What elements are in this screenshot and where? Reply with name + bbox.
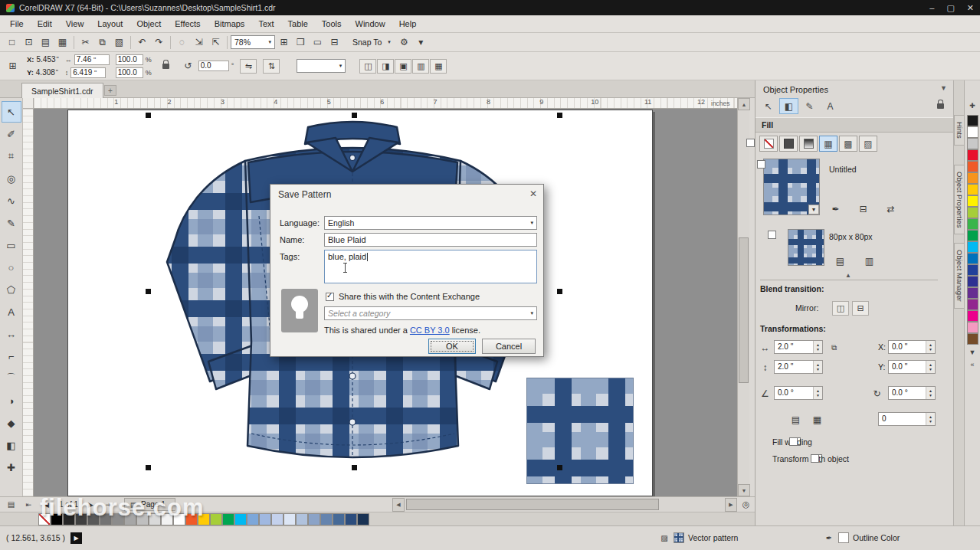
ruler-units-label[interactable]: inches xyxy=(711,100,730,107)
palette-color[interactable] xyxy=(51,513,63,525)
selection-handle[interactable] xyxy=(146,113,151,118)
fill-vector-pattern-button[interactable]: ▦ xyxy=(819,136,837,152)
palette-color[interactable] xyxy=(967,126,978,138)
copy-icon[interactable]: ⧉ xyxy=(94,34,110,50)
transform-with-object-side-checkbox[interactable] xyxy=(811,454,819,463)
connector-tool[interactable]: ⌐ xyxy=(2,345,21,367)
menu-item[interactable]: Help xyxy=(392,17,424,31)
palette-color[interactable] xyxy=(967,299,978,310)
status-expand-button[interactable]: ▶ xyxy=(70,532,82,544)
palette-color[interactable] xyxy=(198,513,210,525)
spinner-arrows-icon[interactable]: ▲▼ xyxy=(926,413,935,425)
eyedropper-pick-icon[interactable]: ✒ xyxy=(828,201,844,217)
y-offset-spinner[interactable]: 0.0 "▲▼ xyxy=(888,360,936,374)
pattern-options-icon[interactable]: ▥ xyxy=(861,254,877,269)
selection-handle[interactable] xyxy=(557,289,562,294)
palette-color[interactable] xyxy=(967,276,978,287)
rectangle-tool[interactable]: ▭ xyxy=(2,234,21,256)
scroll-right-icon[interactable]: ▶ xyxy=(725,498,737,512)
origin-grid-icon[interactable]: ⊞ xyxy=(5,58,21,74)
redo-icon[interactable]: ↷ xyxy=(151,34,167,50)
palette-color[interactable] xyxy=(967,172,978,184)
tags-input[interactable]: blue, plaid xyxy=(324,250,537,283)
pattern-tile-preview[interactable] xyxy=(788,229,824,266)
options-icon[interactable]: ⚙ xyxy=(396,34,412,50)
tab-character-icon[interactable]: A xyxy=(821,98,840,114)
object-width-field[interactable]: 7.46 " xyxy=(74,54,110,65)
palette-color[interactable] xyxy=(87,513,100,525)
ruler-origin[interactable] xyxy=(23,98,34,109)
vertical-scroll-thumb[interactable] xyxy=(739,237,749,383)
palette-color[interactable] xyxy=(320,513,333,525)
palette-color[interactable] xyxy=(271,513,284,525)
palette-color[interactable] xyxy=(308,513,320,525)
name-input[interactable]: Blue Plaid xyxy=(324,233,537,247)
column-offset-icon[interactable]: ▦ xyxy=(809,412,825,427)
toolbar-overflow-icon[interactable]: ▾ xyxy=(413,34,429,50)
pattern-swatch-object[interactable] xyxy=(526,378,634,484)
palette-color[interactable] xyxy=(967,322,978,333)
close-button[interactable]: ✕ xyxy=(967,3,974,13)
artistic-media-tool[interactable]: ✎ xyxy=(2,212,21,234)
interactive-fill-tool[interactable]: ◆ xyxy=(2,412,21,434)
palette-color[interactable] xyxy=(136,513,149,525)
scale-horizontal-field[interactable]: 100.0 xyxy=(116,54,143,65)
fill-fountain-button[interactable] xyxy=(799,136,818,152)
palette-color[interactable] xyxy=(357,513,369,525)
last-page-icon[interactable]: ⇥ xyxy=(100,497,116,512)
palette-color[interactable] xyxy=(967,195,978,207)
outline-width-dropdown[interactable]: ▾ xyxy=(297,59,346,73)
palette-color[interactable] xyxy=(112,513,124,525)
spinner-arrows-icon[interactable]: ▲▼ xyxy=(926,387,935,399)
fill-uniform-button[interactable] xyxy=(779,136,798,152)
new-tab-icon[interactable]: + xyxy=(104,85,116,96)
ellipse-tool[interactable]: ○ xyxy=(2,257,21,278)
palette-color[interactable] xyxy=(967,138,978,149)
selection-handle[interactable] xyxy=(352,113,357,118)
menu-item[interactable]: Table xyxy=(281,17,315,31)
spinner-arrows-icon[interactable]: ▲▼ xyxy=(813,361,822,373)
pattern-section-checkbox[interactable] xyxy=(757,160,765,169)
pan-tool[interactable]: ✚ xyxy=(2,457,21,478)
tab-hints[interactable]: Hints xyxy=(954,115,965,146)
palette-color[interactable] xyxy=(967,115,978,126)
palette-color[interactable] xyxy=(967,310,978,322)
paste-icon[interactable]: ▧ xyxy=(111,34,127,50)
tab-fill-icon[interactable]: ◧ xyxy=(779,98,798,114)
palette-color[interactable] xyxy=(161,513,173,525)
palette-color[interactable] xyxy=(100,513,112,525)
menu-item[interactable]: Bitmaps xyxy=(208,17,252,31)
lock-icon[interactable] xyxy=(937,101,944,110)
tab-summary-icon[interactable]: ↖ xyxy=(759,98,778,114)
first-page-icon[interactable]: ⇤ xyxy=(21,497,37,512)
palette-color[interactable] xyxy=(75,513,87,525)
zoom-level-dropdown[interactable]: 78%▾ xyxy=(231,35,275,49)
menu-item[interactable]: File xyxy=(3,17,31,31)
order-to-back-icon[interactable]: ▣ xyxy=(395,59,411,74)
selection-handle[interactable] xyxy=(146,465,151,470)
palette-color[interactable] xyxy=(284,513,296,525)
palette-color[interactable] xyxy=(185,513,198,525)
open-icon[interactable]: ⊡ xyxy=(21,34,37,50)
palette-color[interactable] xyxy=(967,207,978,218)
convert-to-curves-icon[interactable]: ▥ xyxy=(412,59,429,74)
mirror-vertical-icon[interactable]: ⊟ xyxy=(852,301,869,316)
fill-winding-side-checkbox[interactable] xyxy=(789,437,798,446)
horizontal-ruler[interactable]: 123456789101112 xyxy=(34,98,737,109)
scroll-left-icon[interactable]: ◀ xyxy=(392,498,405,512)
pattern-picker-arrow-icon[interactable]: ▼ xyxy=(808,205,819,214)
selection-handle[interactable] xyxy=(557,465,562,470)
import-icon[interactable]: ⇲ xyxy=(191,34,207,50)
separator[interactable] xyxy=(130,36,131,49)
scroll-down-icon[interactable]: ▼ xyxy=(738,484,750,496)
menu-item[interactable]: Object xyxy=(129,17,168,31)
mirror-horizontal-icon[interactable]: ◫ xyxy=(832,301,849,316)
palette-color[interactable] xyxy=(967,184,978,195)
spinner-arrows-icon[interactable]: ▲▼ xyxy=(926,341,935,353)
category-dropdown[interactable]: Select a category▾ xyxy=(324,306,537,320)
share-checkbox[interactable] xyxy=(326,293,334,301)
zoom-tool[interactable]: ◎ xyxy=(2,168,21,189)
palette-color[interactable] xyxy=(967,241,978,253)
save-fill-icon[interactable]: ⊟ xyxy=(855,201,871,217)
zoom-corner-button[interactable]: ◎ xyxy=(737,496,755,512)
